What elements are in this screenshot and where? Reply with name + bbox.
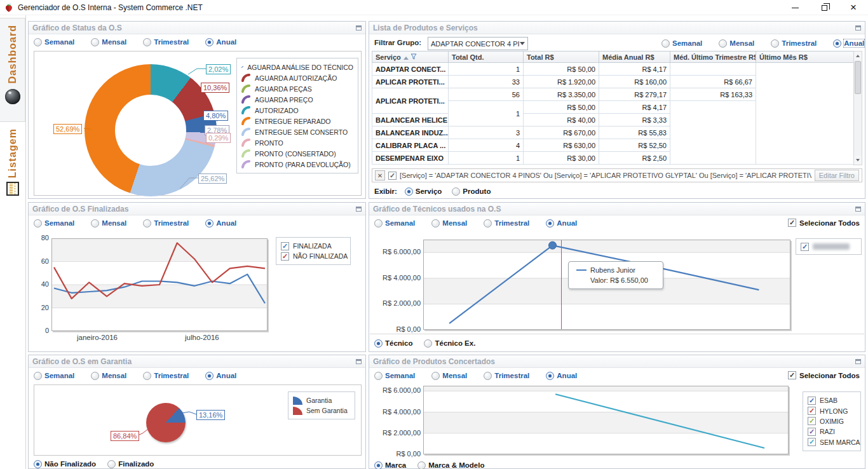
- legend-checkbox[interactable]: ✓: [808, 438, 816, 446]
- legend-checkbox[interactable]: ✓: [808, 417, 816, 425]
- period-option-mensal[interactable]: Mensal: [91, 372, 126, 380]
- option-marca-modelo[interactable]: Marca & Modelo: [417, 461, 484, 469]
- column-header-5[interactable]: Último Mês R$: [756, 51, 854, 63]
- radio-icon: [91, 38, 99, 46]
- period-option-trimestral[interactable]: Trimestral: [143, 38, 189, 46]
- select-all-checkbox[interactable]: ✓: [788, 219, 796, 227]
- garantia-period-options: SemanalMensalTrimestralAnual: [34, 370, 250, 381]
- cell-r1-c1: 33: [449, 76, 524, 88]
- sidebar-tab-listagem-label: Listagem: [7, 128, 18, 178]
- period-option-semanal[interactable]: Semanal: [661, 39, 702, 48]
- finalizadas-line-chart[interactable]: [51, 238, 268, 331]
- legend-item-razi[interactable]: ✓RAZI: [808, 428, 856, 436]
- period-option-anual[interactable]: Anual: [205, 219, 236, 228]
- legend-item-esab[interactable]: ✓ESAB: [808, 397, 856, 405]
- column-header-2[interactable]: Total R$: [524, 51, 599, 63]
- table-vertical-scrollbar[interactable]: [853, 51, 862, 165]
- collapse-icon[interactable]: [855, 25, 861, 31]
- period-option-mensal[interactable]: Mensal: [91, 219, 126, 228]
- legend-item-oximig[interactable]: ✓OXIMIG: [808, 417, 856, 425]
- option-marca[interactable]: Marca: [374, 461, 406, 469]
- concertados-select-all[interactable]: ✓ Selecionar Todos: [788, 371, 860, 379]
- scroll-up-button[interactable]: [854, 51, 862, 60]
- sort-ascending-icon[interactable]: [403, 57, 409, 60]
- exibir-option-serviço[interactable]: Serviço: [405, 187, 442, 196]
- period-option-anual[interactable]: Anual: [546, 219, 577, 228]
- y-tick-label: 60: [35, 257, 49, 265]
- sidebar-tab-dashboard[interactable]: Dashboard: [0, 18, 25, 122]
- status-legend-item: PRONTO: [241, 139, 353, 147]
- scroll-down-button[interactable]: [854, 156, 862, 165]
- grupo-dropdown[interactable]: ADAPTAR CONECTOR 4 PIN...: [428, 37, 528, 50]
- exibir-option-produto[interactable]: Produto: [452, 187, 491, 196]
- column-header-0[interactable]: Serviço: [372, 51, 449, 63]
- option-t-cnico[interactable]: Técnico: [374, 339, 412, 348]
- cell-r5-c0: BALANCEAR INDUZ...: [372, 126, 449, 139]
- filter-enabled-checkbox[interactable]: ✓: [388, 172, 397, 180]
- select-all-checkbox[interactable]: ✓: [788, 371, 796, 379]
- app-window: Gerenciador de O.S Interna - System Comm…: [0, 0, 868, 469]
- restore-button[interactable]: [810, 0, 839, 15]
- garantia-legend: GarantiaSem Garantia: [288, 391, 355, 419]
- period-option-trimestral[interactable]: Trimestral: [484, 372, 529, 380]
- table-row-0[interactable]: ADAPTAR CONECT...1R$ 50,00R$ 4,17: [372, 63, 854, 76]
- option-t-cnico-ex-[interactable]: Técnico Ex.: [424, 339, 475, 348]
- garantia-legend-item: Garantia: [293, 397, 350, 405]
- garantia-legend-item: Sem Garantia: [293, 407, 350, 415]
- period-option-semanal[interactable]: Semanal: [374, 219, 415, 228]
- period-option-mensal[interactable]: Mensal: [91, 38, 126, 46]
- tecnicos-legend-item[interactable]: ✓: [801, 243, 857, 251]
- option-n-o-finalizado[interactable]: Não Finalizado: [34, 460, 96, 468]
- period-option-trimestral[interactable]: Trimestral: [771, 39, 817, 48]
- legend-item-hylong[interactable]: ✓HYLONG: [808, 407, 856, 415]
- scrollbar-thumb[interactable]: [855, 61, 861, 94]
- legend-checkbox[interactable]: ✓: [808, 428, 816, 436]
- collapse-icon[interactable]: [855, 207, 861, 212]
- period-option-anual[interactable]: Anual: [546, 372, 577, 380]
- tooltip-value: Valor: R$ 6.550,00: [590, 276, 648, 284]
- legend-item-n-o-finalizada[interactable]: ✓NÃO FINALIZADA: [281, 252, 346, 261]
- tecnicos-select-all[interactable]: ✓ Selecionar Todos: [788, 219, 860, 227]
- legend-checkbox[interactable]: ✓: [801, 243, 809, 251]
- period-option-semanal[interactable]: Semanal: [374, 372, 415, 380]
- legend-item-sem-marca[interactable]: ✓SEM MARCA: [808, 438, 856, 446]
- minimize-button[interactable]: [780, 0, 810, 15]
- status-legend-item: ENTREGUE SEM CONSERTO: [241, 128, 353, 136]
- collapse-icon[interactable]: [855, 359, 861, 364]
- collapse-icon[interactable]: [356, 359, 362, 364]
- editar-filtro-button[interactable]: Editar Filtro: [815, 170, 859, 181]
- sidebar-tab-listagem[interactable]: Listagem: [0, 123, 25, 226]
- filter-funnel-icon[interactable]: [410, 53, 417, 60]
- period-option-anual[interactable]: Anual: [205, 372, 236, 380]
- legend-item-finalizada[interactable]: ✓FINALIZADA: [281, 242, 346, 250]
- period-option-trimestral[interactable]: Trimestral: [484, 219, 529, 228]
- legend-label: AGUARDA ANÁLISE DO TÉCNICO: [247, 64, 353, 71]
- collapse-icon[interactable]: [356, 207, 362, 212]
- period-option-mensal[interactable]: Mensal: [431, 219, 467, 228]
- period-option-anual[interactable]: Anual: [205, 38, 236, 46]
- period-option-trimestral[interactable]: Trimestral: [143, 219, 189, 228]
- garantia-pie-chart[interactable]: [146, 403, 186, 442]
- legend-checkbox[interactable]: ✓: [808, 397, 816, 405]
- column-header-4[interactable]: Méd. Último Trimestre R$: [670, 51, 756, 63]
- period-option-semanal[interactable]: Semanal: [34, 372, 74, 380]
- legend-checkbox[interactable]: ✓: [281, 242, 289, 250]
- close-button[interactable]: ×: [839, 0, 868, 15]
- period-option-mensal[interactable]: Mensal: [719, 39, 754, 48]
- produtos-servicos-table[interactable]: ServiçoTotal Qtd.Total R$Média Anual R$M…: [372, 51, 854, 165]
- period-option-semanal[interactable]: Semanal: [34, 38, 74, 46]
- option-finalizado[interactable]: Finalizado: [107, 460, 154, 468]
- period-option-mensal[interactable]: Mensal: [431, 372, 467, 380]
- status-legend-item: AUTORIZADO: [241, 106, 353, 114]
- period-option-anual[interactable]: Anual: [833, 39, 864, 48]
- column-header-3[interactable]: Média Anual R$: [599, 51, 670, 63]
- period-option-semanal[interactable]: Semanal: [34, 219, 74, 228]
- period-option-trimestral[interactable]: Trimestral: [143, 372, 189, 380]
- concertados-line-chart[interactable]: [423, 386, 789, 454]
- option-label: Técnico Ex.: [435, 339, 475, 347]
- legend-checkbox[interactable]: ✓: [808, 407, 816, 415]
- column-header-1[interactable]: Total Qtd.: [449, 51, 524, 63]
- legend-checkbox[interactable]: ✓: [281, 252, 289, 261]
- collapse-icon[interactable]: [356, 25, 362, 31]
- filter-close-button[interactable]: ✕: [375, 170, 385, 180]
